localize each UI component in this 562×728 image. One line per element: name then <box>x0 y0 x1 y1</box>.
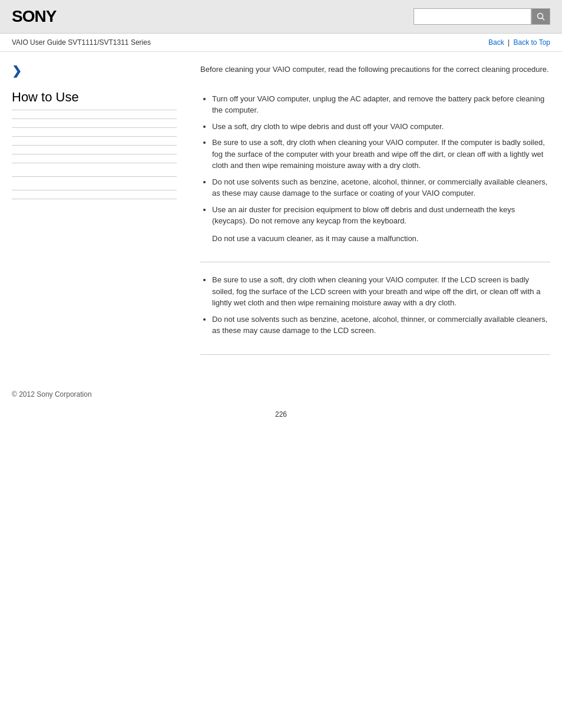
nav-divider-9 <box>12 199 177 199</box>
bullet-item-3: Be sure to use a soft, dry cloth when cl… <box>212 137 550 172</box>
sony-logo: SONY <box>12 7 56 26</box>
search-area <box>414 8 550 25</box>
nav-divider-6 <box>12 163 177 163</box>
bullet-item-6: Be sure to use a soft, dry cloth when cl… <box>212 274 550 309</box>
back-link[interactable]: Back <box>488 38 504 47</box>
page-number: 226 <box>0 404 562 430</box>
section-divider-1 <box>200 262 550 262</box>
main-content: ❯ How to Use Before cleaning your VAIO c… <box>0 52 562 378</box>
search-input[interactable] <box>414 8 531 25</box>
nav-links: Back | Back to Top <box>488 38 550 47</box>
breadcrumb-bar: VAIO User Guide SVT1111/SVT1311 Series B… <box>0 34 562 52</box>
copyright-text: © 2012 Sony Corporation <box>12 390 92 398</box>
bullet-item-5: Use an air duster for precision equipmen… <box>212 204 550 227</box>
sidebar: ❯ How to Use <box>12 64 189 367</box>
guide-title: VAIO User Guide SVT1111/SVT1311 Series <box>12 38 151 47</box>
nav-divider-7 <box>12 176 177 177</box>
section1-note: Do not use a vacuum cleaner, as it may c… <box>212 233 550 245</box>
bullet-item-1: Turn off your VAIO computer, unplug the … <box>212 93 550 116</box>
nav-divider-3 <box>12 136 177 137</box>
sidebar-nav-lines <box>12 118 177 199</box>
svg-line-1 <box>543 18 545 21</box>
intro-paragraph: Before cleaning your VAIO computer, read… <box>200 64 550 75</box>
section2-block: Be sure to use a soft, dry cloth when cl… <box>200 274 550 337</box>
back-to-top-link[interactable]: Back to Top <box>514 38 550 47</box>
nav-divider-8 <box>12 190 177 190</box>
nav-divider-4 <box>12 145 177 146</box>
nav-divider-5 <box>12 154 177 154</box>
section1-block: Turn off your VAIO computer, unplug the … <box>200 93 550 245</box>
page-footer: © 2012 Sony Corporation <box>0 378 562 404</box>
search-icon <box>537 12 545 21</box>
separator: | <box>508 38 511 47</box>
section1-bullet-list: Turn off your VAIO computer, unplug the … <box>212 93 550 227</box>
bullet-item-4: Do not use solvents such as benzine, ace… <box>212 176 550 199</box>
bullet-item-2: Use a soft, dry cloth to wipe debris and… <box>212 121 550 133</box>
content-area: Before cleaning your VAIO computer, read… <box>189 64 550 367</box>
nav-divider-2 <box>12 127 177 128</box>
sidebar-section-title: How to Use <box>12 90 177 110</box>
search-button[interactable] <box>531 8 550 25</box>
section2-bullet-list: Be sure to use a soft, dry cloth when cl… <box>212 274 550 337</box>
expand-chevron[interactable]: ❯ <box>12 64 177 78</box>
bullet-item-7: Do not use solvents such as benzine, ace… <box>212 314 550 337</box>
page-header: SONY <box>0 0 562 34</box>
nav-divider-1 <box>12 118 177 119</box>
svg-point-0 <box>538 14 543 19</box>
section-divider-2 <box>200 354 550 355</box>
